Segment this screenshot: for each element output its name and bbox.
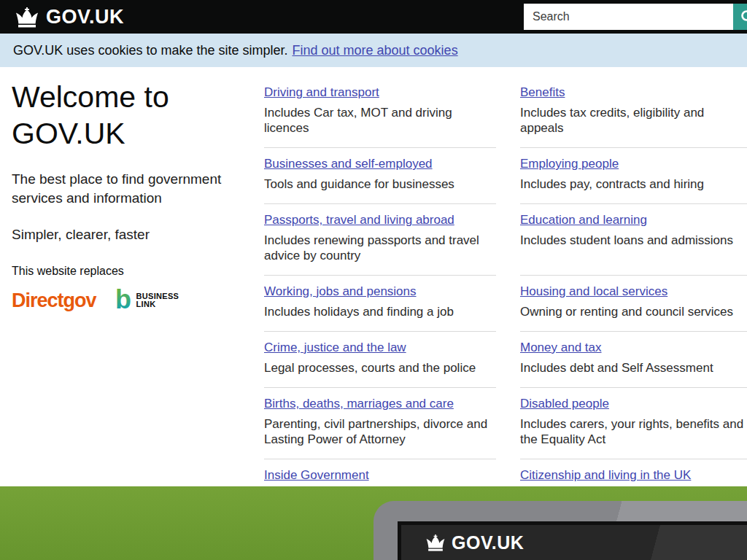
category-description: Includes renewing passports and travel a… — [264, 233, 496, 263]
crown-icon — [425, 534, 446, 551]
business-link-line2: LINK — [136, 300, 156, 308]
category-card: Benefits Includes tax credits, eligibili… — [520, 77, 747, 148]
category-description: Includes debt and Self Assessment — [520, 360, 747, 376]
replaced-sites-logos: Directgov b BUSINESS LINK — [12, 288, 245, 313]
business-link-text: BUSINESS LINK — [136, 292, 179, 308]
category-card: Disabled people Includes carers, your ri… — [520, 388, 747, 459]
category-description: Owning or renting and council services — [520, 304, 747, 319]
category-link[interactable]: Inside Government — [264, 468, 369, 483]
category-card: Businesses and self-employed Tools and g… — [264, 148, 496, 204]
category-description: Includes tax credits, eligibility and ap… — [520, 105, 747, 136]
site-header: GOV.UK — [0, 0, 747, 34]
page-title-line1: Welcome to — [12, 80, 169, 114]
category-grid: Driving and transport Includes Car tax, … — [264, 77, 747, 530]
category-link[interactable]: Driving and transport — [264, 85, 379, 100]
category-link[interactable]: Employing people — [520, 157, 619, 171]
directgov-logo: Directgov — [12, 289, 96, 312]
category-link[interactable]: Working, jobs and pensions — [264, 284, 417, 299]
business-link-logo: b BUSINESS LINK — [115, 288, 179, 313]
cookie-info-link[interactable]: Find out more about cookies — [293, 43, 458, 58]
category-description: Legal processes, courts and the police — [264, 360, 496, 376]
business-link-b-icon: b — [115, 288, 133, 313]
govuk-logo-text: GOV.UK — [46, 6, 124, 28]
tablet-device-mockup: GOV.UK — [374, 501, 747, 560]
category-card: Education and learning Includes student … — [520, 204, 747, 276]
intro-panel: Welcome to GOV.UK The best place to find… — [12, 79, 245, 313]
search-input[interactable] — [524, 4, 733, 30]
category-description: Includes pay, contracts and hiring — [520, 176, 747, 192]
category-link[interactable]: Money and tax — [520, 341, 602, 355]
category-description: Tools and guidance for businesses — [264, 176, 496, 192]
category-link[interactable]: Disabled people — [520, 397, 609, 411]
category-link[interactable]: Passports, travel and living abroad — [264, 213, 454, 228]
device-screen-logo-text: GOV.UK — [452, 532, 524, 553]
category-description: Includes Car tax, MOT and driving licenc… — [264, 105, 496, 136]
cookie-message: GOV.UK uses cookies to make the site sim… — [13, 43, 288, 58]
category-card: Passports, travel and living abroad Incl… — [264, 204, 496, 276]
search-button[interactable] — [733, 4, 747, 30]
govuk-logo[interactable]: GOV.UK — [15, 6, 124, 28]
category-link[interactable]: Benefits — [520, 85, 565, 100]
device-screen-govuk-logo: GOV.UK — [425, 532, 524, 553]
category-description: Includes student loans and admissions — [520, 233, 747, 248]
cookie-banner: GOV.UK uses cookies to make the site sim… — [0, 34, 747, 67]
category-card: Births, deaths, marriages and care Paren… — [264, 388, 496, 459]
category-description: Includes carers, your rights, benefits a… — [520, 416, 747, 447]
category-card: Working, jobs and pensions Includes holi… — [264, 276, 496, 332]
category-link[interactable]: Businesses and self-employed — [264, 157, 433, 171]
category-card: Employing people Includes pay, contracts… — [520, 148, 747, 204]
crown-icon — [15, 7, 39, 28]
category-card: Housing and local services Owning or ren… — [520, 276, 747, 332]
site-search — [524, 4, 747, 30]
page-title: Welcome to GOV.UK — [12, 79, 245, 152]
svg-text:b: b — [115, 288, 131, 313]
intro-tagline: Simpler, clearer, faster — [12, 227, 245, 243]
category-link[interactable]: Housing and local services — [520, 284, 667, 299]
category-link[interactable]: Births, deaths, marriages and care — [264, 397, 454, 411]
main-content: Welcome to GOV.UK The best place to find… — [0, 67, 747, 486]
category-card: Money and tax Includes debt and Self Ass… — [520, 332, 747, 388]
intro-subtitle: The best place to find government servic… — [12, 170, 227, 208]
search-icon — [740, 9, 747, 24]
replaces-label: This website replaces — [12, 265, 245, 278]
category-card: Crime, justice and the law Legal process… — [264, 332, 496, 388]
category-description: Parenting, civil partnerships, divorce a… — [264, 416, 496, 447]
category-description: Includes holidays and finding a job — [264, 304, 496, 319]
category-link[interactable]: Citizenship and living in the UK — [520, 468, 691, 483]
page-title-line2: GOV.UK — [12, 117, 125, 150]
category-link[interactable]: Education and learning — [520, 213, 647, 228]
promo-band: GOV.UK — [0, 486, 747, 560]
category-card: Driving and transport Includes Car tax, … — [264, 77, 496, 148]
device-screen: GOV.UK — [401, 525, 747, 560]
device-bezel: GOV.UK — [398, 521, 747, 560]
category-link[interactable]: Crime, justice and the law — [264, 341, 406, 355]
